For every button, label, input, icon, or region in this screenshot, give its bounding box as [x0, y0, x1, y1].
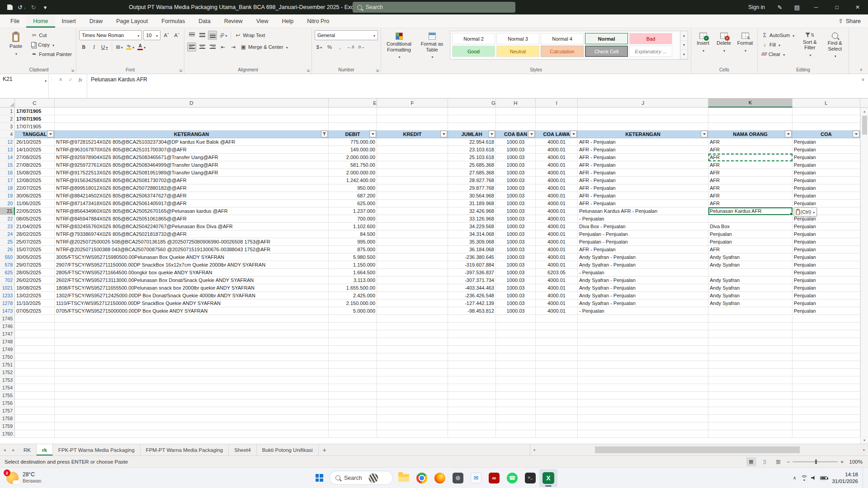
customize-qat-button[interactable]: ▾: [40, 2, 51, 13]
cell-I1759[interactable]: [536, 422, 578, 430]
cell-G18[interactable]: 29.877.768: [448, 184, 496, 192]
cell-D26[interactable]: NTRF@2025071500388 043@BCA25070087560 @2…: [55, 246, 329, 253]
pen-mode-button[interactable]: ✎: [771, 0, 788, 14]
cell-C23[interactable]: 21/04/2025: [15, 223, 55, 230]
cell-F1233[interactable]: [377, 292, 448, 300]
cell-I21[interactable]: 4000.01: [536, 207, 578, 215]
cell-L1752[interactable]: [793, 369, 860, 376]
cell-K2[interactable]: [708, 115, 793, 123]
cell-C18[interactable]: 22/07/2025: [15, 184, 55, 192]
cell-L1754[interactable]: [793, 384, 860, 392]
column-header-E[interactable]: E: [329, 99, 377, 108]
cell-H1745[interactable]: [496, 315, 536, 323]
cell-I702[interactable]: 4000.01: [536, 277, 578, 284]
row-header-1753[interactable]: 1753: [0, 376, 15, 384]
cell-K1021[interactable]: Andy Syafran: [708, 284, 793, 292]
cell-I1755[interactable]: [536, 392, 578, 399]
cell-J1750[interactable]: [578, 353, 708, 361]
row-header-1745[interactable]: 1745: [0, 315, 15, 323]
cell-C1755[interactable]: [15, 392, 55, 399]
cell-E14[interactable]: 2.000.000.00: [329, 154, 377, 161]
cell-L1746[interactable]: [793, 323, 860, 330]
cell-J1473[interactable]: - Penjualan: [578, 307, 708, 315]
format-painter-button[interactable]: ✒Format Painter: [30, 49, 73, 59]
cell-I1760[interactable]: [536, 430, 578, 438]
cell-I18[interactable]: 4000.01: [536, 184, 578, 192]
cell-K1[interactable]: [708, 108, 793, 115]
gallery-up-icon[interactable]: ▴: [680, 31, 688, 41]
cell-I1749[interactable]: [536, 346, 578, 353]
cell-J1233[interactable]: Andy Syafran - Penjualan: [578, 292, 708, 300]
zoom-slider-thumb[interactable]: [815, 460, 817, 464]
cell-H1755[interactable]: [496, 392, 536, 399]
paste-options-button[interactable]: (Ctrl): [794, 207, 817, 216]
cell-I20[interactable]: 4000.01: [536, 200, 578, 207]
cell-E1757[interactable]: [329, 407, 377, 415]
cell-H26[interactable]: 1000.03: [496, 246, 536, 253]
cell-E19[interactable]: 687.200: [329, 192, 377, 200]
cell-J1758[interactable]: [578, 415, 708, 422]
vertical-scroll-thumb[interactable]: [862, 116, 867, 135]
zoom-level[interactable]: 100%: [847, 459, 863, 465]
ribbon-tab-data[interactable]: Data: [192, 14, 217, 28]
cell-D1758[interactable]: [55, 415, 329, 422]
weather-widget[interactable]: 2 28°C Berawan: [4, 468, 44, 488]
cell-F3[interactable]: [377, 123, 448, 131]
cell-C2[interactable]: 17/07/1905: [15, 115, 55, 123]
vertical-scrollbar[interactable]: ▴ ▾: [860, 108, 868, 444]
page-layout-view-button[interactable]: ▯: [760, 457, 770, 466]
cell-D1278[interactable]: 1110/FTSCY/WS952712150000.00DP SnackBox …: [55, 300, 329, 307]
cell-I12[interactable]: 4000.01: [536, 138, 578, 146]
cell-J1755[interactable]: [578, 392, 708, 399]
cell-G17[interactable]: 28.927.768: [448, 177, 496, 184]
sheet-tab-rk[interactable]: RK: [18, 444, 37, 455]
cell-G1233[interactable]: -236.426.548: [448, 292, 496, 300]
cell-J26[interactable]: AFR - Penjualan: [578, 246, 708, 253]
select-all-corner[interactable]: [0, 99, 15, 108]
cell-C1757[interactable]: [15, 407, 55, 415]
row-header-1760[interactable]: 1760: [0, 430, 15, 438]
cell-C578[interactable]: 29/07/2025: [15, 261, 55, 269]
cell-E625[interactable]: 1.664.500: [329, 269, 377, 277]
cell-E1747[interactable]: [329, 330, 377, 338]
new-sheet-button[interactable]: +: [319, 444, 330, 455]
filter-dropdown-button[interactable]: [440, 131, 447, 137]
cell-K1752[interactable]: [708, 369, 793, 376]
cell-F578[interactable]: [377, 261, 448, 269]
cell-D20[interactable]: NTRF@871473418X0Z6 805@BCA25061405917@@A…: [55, 200, 329, 207]
row-header-24[interactable]: 24: [0, 230, 15, 238]
ribbon-tab-view[interactable]: View: [250, 14, 275, 28]
undo-button[interactable]: ↺: [16, 2, 27, 13]
style-chip-neutral[interactable]: Neutral: [496, 46, 539, 57]
filter-dropdown-button[interactable]: [528, 131, 535, 137]
sheet-tab-fpk-pt-warna-media-packaging[interactable]: FPK-PT Warna Media Packaging: [53, 444, 141, 455]
start-button[interactable]: [311, 469, 328, 487]
cell-H1233[interactable]: 1000.03: [496, 292, 536, 300]
taskbar-app-terminal[interactable]: >_: [521, 469, 539, 487]
style-chip-good[interactable]: Good: [452, 46, 495, 57]
cell-I1757[interactable]: [536, 407, 578, 415]
cell-L1748[interactable]: [793, 338, 860, 346]
zoom-in-button[interactable]: +: [840, 459, 844, 465]
cell-K1473[interactable]: [708, 307, 793, 315]
cell-F26[interactable]: [377, 246, 448, 253]
cell-G14[interactable]: 25.103.618: [448, 154, 496, 161]
cell-H1751[interactable]: [496, 361, 536, 369]
cell-G25[interactable]: 35.309.068: [448, 238, 496, 246]
cell-J1757[interactable]: [578, 407, 708, 415]
fill-color-button[interactable]: [125, 42, 135, 52]
cell-L1751[interactable]: [793, 361, 860, 369]
cell-D1755[interactable]: [55, 392, 329, 399]
style-chip-normal-3[interactable]: Normal 3: [496, 33, 539, 44]
formula-bar-drag-handle[interactable]: ⋮: [49, 74, 54, 98]
cell-E1752[interactable]: [329, 369, 377, 376]
cell-L17[interactable]: Penjualan: [793, 177, 860, 184]
cell-F1751[interactable]: [377, 361, 448, 369]
cell-F625[interactable]: [377, 269, 448, 277]
row-header-13[interactable]: 13: [0, 146, 15, 154]
name-box[interactable]: K21: [0, 74, 49, 98]
cell-L4[interactable]: COA: [793, 131, 860, 138]
cell-E1748[interactable]: [329, 338, 377, 346]
row-header-1754[interactable]: 1754: [0, 384, 15, 392]
align-right-button[interactable]: [208, 42, 217, 52]
